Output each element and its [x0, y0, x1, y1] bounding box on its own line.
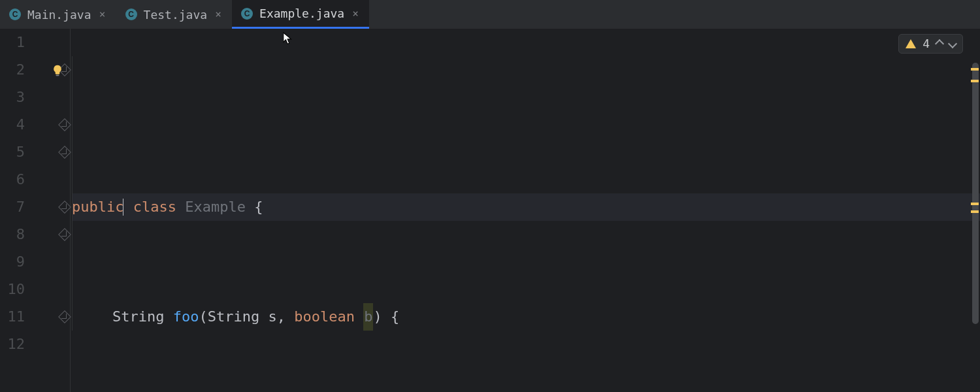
warning-marker[interactable] [971, 68, 979, 71]
fold-toggle-icon[interactable] [58, 118, 71, 131]
line-number: 10 [0, 276, 25, 303]
class-name: Example [185, 193, 246, 221]
type: String [112, 303, 173, 331]
code-line[interactable]: public class Example { [72, 193, 980, 221]
tab-label: Main.java [27, 8, 91, 22]
unused-highlight: b [363, 303, 373, 331]
tab-main-java[interactable]: C Main.java [0, 0, 116, 29]
code-line[interactable]: String foo(String s, boolean b) { [72, 303, 980, 331]
line-number: 6 [0, 166, 25, 193]
warning-marker[interactable] [971, 203, 979, 205]
line-number: 11 [0, 303, 25, 331]
svg-rect-0 [56, 75, 59, 76]
scrollbar-thumb[interactable] [972, 63, 979, 324]
warning-icon [906, 39, 916, 48]
line-number: 8 [0, 221, 25, 248]
tab-example-java[interactable]: C Example.java [232, 0, 369, 29]
fold-toggle-icon[interactable] [58, 146, 71, 159]
intention-bulb-icon[interactable] [51, 64, 64, 77]
tab-label: Test.java [144, 8, 208, 22]
line-number: 12 [0, 331, 25, 358]
warning-marker[interactable] [971, 210, 979, 213]
class-icon: C [125, 8, 137, 20]
editor-tabbar: C Main.java C Test.java C Example.java [0, 0, 980, 29]
line-number: 1 [0, 29, 25, 56]
inspections-widget[interactable]: 4 [898, 34, 963, 54]
line-number: 9 [0, 248, 25, 276]
error-stripe[interactable] [970, 29, 980, 392]
chevron-down-icon[interactable] [948, 39, 957, 48]
line-number: 5 [0, 139, 25, 166]
warning-marker[interactable] [971, 80, 979, 82]
class-icon: C [9, 8, 21, 20]
chevron-up-icon[interactable] [935, 39, 944, 48]
line-number: 4 [0, 111, 25, 139]
tab-test-java[interactable]: C Test.java [116, 0, 233, 29]
code-editor[interactable]: 1 2 3 4 5 6 7 8 9 10 11 12 public class … [0, 29, 980, 392]
fold-toggle-icon[interactable] [58, 201, 71, 214]
code-area[interactable]: public class Example { String foo(String… [72, 29, 980, 392]
line-number: 2 [0, 56, 25, 84]
close-icon[interactable] [351, 9, 360, 18]
fold-toggle-icon[interactable] [58, 228, 71, 241]
line-number-gutter: 1 2 3 4 5 6 7 8 9 10 11 12 [0, 29, 37, 392]
method-name: foo [173, 303, 199, 331]
indent-guide [72, 56, 73, 331]
close-icon[interactable] [98, 10, 107, 19]
fold-gutter [37, 29, 72, 392]
warning-count: 4 [923, 30, 930, 57]
class-icon: C [241, 8, 253, 20]
line-number: 7 [0, 193, 25, 221]
brace: { [246, 193, 263, 221]
fold-toggle-icon[interactable] [58, 310, 71, 323]
keyword: boolean [294, 303, 363, 331]
line-number: 3 [0, 84, 25, 111]
gutter-separator [70, 29, 71, 392]
tab-label: Example.java [259, 7, 344, 20]
keyword: public [72, 193, 123, 221]
keyword: class [133, 193, 176, 221]
text-caret [123, 199, 123, 216]
close-icon[interactable] [214, 10, 223, 19]
